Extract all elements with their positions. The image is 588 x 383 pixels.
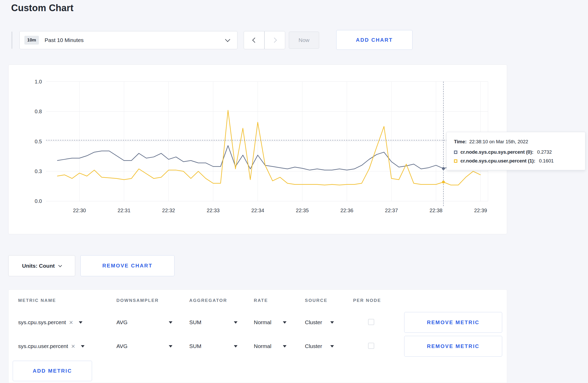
svg-text:0.8: 0.8 — [35, 109, 42, 114]
caret-down-icon — [81, 345, 85, 347]
metric-name-value: sys.cpu.user.percent — [18, 343, 68, 349]
per-node-checkbox[interactable] — [368, 343, 374, 349]
caret-down-icon — [79, 321, 82, 324]
remove-chart-button[interactable]: REMOVE CHART — [80, 255, 174, 276]
source-select[interactable]: Cluster — [305, 319, 334, 325]
tooltip-series-value: 0.1601 — [539, 158, 554, 164]
clear-metric-icon[interactable]: × — [71, 343, 75, 350]
svg-text:0.5: 0.5 — [35, 139, 42, 144]
caret-down-icon — [234, 321, 237, 324]
aggregator-select[interactable]: SUM — [189, 319, 237, 325]
tooltip-time-value: 22:38:10 on Mar 15th, 2022 — [469, 139, 528, 144]
caret-down-icon — [330, 345, 334, 347]
source-value: Cluster — [305, 319, 322, 325]
header-metric-name: METRIC NAME — [18, 298, 116, 303]
add-chart-button[interactable]: ADD CHART — [336, 30, 412, 50]
metric-name-value: sys.cpu.sys.percent — [18, 319, 66, 325]
chart-tooltip: Time:22:38:10 on Mar 15th, 2022 cr.node.… — [446, 132, 585, 170]
source-value: Cluster — [305, 343, 322, 349]
clear-metric-icon[interactable]: × — [69, 319, 73, 326]
units-label: Units: Count — [22, 263, 55, 269]
rate-value: Normal — [254, 343, 271, 349]
metrics-table-body: sys.cpu.sys.percent × AVG SUM Normal Clu… — [9, 310, 507, 358]
svg-text:22:38: 22:38 — [430, 208, 443, 213]
time-window-dropdown[interactable]: 10m Past 10 Minutes — [19, 31, 237, 49]
toolbar-left-divider — [12, 32, 12, 49]
svg-text:0.3: 0.3 — [35, 168, 42, 174]
aggregator-value: SUM — [189, 343, 201, 349]
caret-down-icon — [283, 345, 286, 347]
downsampler-value: AVG — [116, 343, 128, 349]
header-downsampler: DOWNSAMPLER — [116, 298, 189, 303]
series-swatch-icon — [454, 151, 457, 154]
chevron-down-icon — [225, 37, 230, 42]
tooltip-time-label: Time: — [454, 139, 467, 144]
metrics-table: METRIC NAME DOWNSAMPLER AGGREGATOR RATE … — [8, 289, 507, 383]
caret-down-icon — [234, 345, 237, 347]
svg-text:22:31: 22:31 — [117, 208, 130, 213]
svg-text:22:34: 22:34 — [251, 208, 264, 213]
tooltip-rows: cr.node.sys.cpu.sys.percent (0):0.2732cr… — [454, 149, 578, 164]
metric-name-dropdown[interactable]: sys.cpu.sys.percent × — [18, 319, 116, 326]
svg-text:0.0: 0.0 — [35, 198, 42, 204]
svg-text:22:30: 22:30 — [73, 208, 86, 213]
time-range-pager — [244, 31, 285, 49]
caret-down-icon — [169, 321, 172, 324]
per-node-checkbox[interactable] — [368, 319, 374, 325]
aggregator-select[interactable]: SUM — [189, 343, 237, 349]
prev-range-button[interactable] — [244, 31, 264, 49]
caret-down-icon — [330, 321, 334, 324]
tooltip-series-row: cr.node.sys.cpu.sys.percent (0):0.2732 — [454, 149, 578, 155]
add-metric-button[interactable]: ADD METRIC — [13, 361, 92, 381]
caret-down-icon — [169, 345, 172, 347]
now-button[interactable]: Now — [289, 32, 319, 49]
svg-text:22:37: 22:37 — [385, 208, 398, 213]
aggregator-value: SUM — [189, 319, 201, 325]
svg-text:22:35: 22:35 — [296, 208, 309, 213]
tooltip-series-name: cr.node.sys.cpu.sys.percent (0): — [460, 149, 534, 155]
rate-select[interactable]: Normal — [254, 343, 286, 349]
units-dropdown[interactable]: Units: Count — [8, 255, 75, 276]
svg-text:22:32: 22:32 — [162, 208, 175, 213]
header-rate: RATE — [254, 298, 305, 303]
series-swatch-icon — [454, 159, 457, 163]
rate-select[interactable]: Normal — [254, 319, 286, 325]
metric-row: sys.cpu.sys.percent × AVG SUM Normal Clu… — [9, 310, 507, 334]
remove-metric-button[interactable]: REMOVE METRIC — [404, 312, 502, 333]
page-title: Custom Chart — [11, 3, 73, 13]
metric-name-dropdown[interactable]: sys.cpu.user.percent × — [18, 343, 116, 350]
downsampler-value: AVG — [116, 319, 128, 325]
metric-row: sys.cpu.user.percent × AVG SUM Normal Cl… — [9, 334, 507, 358]
svg-text:22:39: 22:39 — [474, 208, 487, 213]
time-window-badge: 10m — [24, 36, 39, 45]
tooltip-time: Time:22:38:10 on Mar 15th, 2022 — [454, 139, 578, 145]
metrics-table-header: METRIC NAME DOWNSAMPLER AGGREGATOR RATE … — [9, 290, 507, 310]
remove-metric-button[interactable]: REMOVE METRIC — [404, 336, 502, 357]
svg-text:1.0: 1.0 — [35, 79, 42, 84]
tooltip-series-row: cr.node.sys.cpu.user.percent (1):0.1601 — [454, 158, 578, 164]
header-source: SOURCE — [305, 298, 353, 303]
next-range-button[interactable] — [264, 31, 285, 49]
svg-text:22:33: 22:33 — [207, 208, 220, 213]
chevron-right-icon — [272, 38, 277, 43]
tooltip-series-value: 0.2732 — [537, 149, 552, 155]
line-chart[interactable]: 0.00.30.50.81.022:3022:3122:3222:3322:34… — [9, 65, 507, 234]
tooltip-series-name: cr.node.sys.cpu.user.percent (1): — [460, 158, 535, 164]
time-window-label: Past 10 Minutes — [45, 37, 84, 43]
svg-text:22:36: 22:36 — [340, 208, 353, 213]
chevron-left-icon — [252, 38, 257, 43]
chart-panel: 0.00.30.50.81.022:3022:3122:3222:3322:34… — [8, 65, 507, 234]
rate-value: Normal — [254, 319, 271, 325]
header-per-node: PER NODE — [353, 298, 404, 303]
caret-down-icon — [283, 321, 286, 324]
downsampler-select[interactable]: AVG — [116, 319, 172, 325]
downsampler-select[interactable]: AVG — [116, 343, 172, 349]
header-aggregator: AGGREGATOR — [189, 298, 254, 303]
chevron-down-icon — [58, 263, 62, 267]
custom-chart-page: { "page": { "title": "Custom Chart" }, "… — [0, 0, 588, 383]
source-select[interactable]: Cluster — [305, 343, 334, 349]
